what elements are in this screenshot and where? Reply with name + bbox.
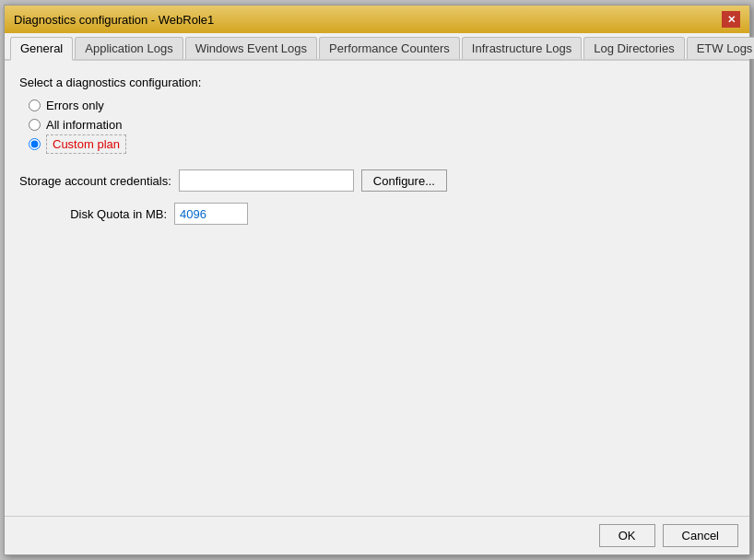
- tab-etw-logs[interactable]: ETW Logs: [687, 37, 754, 59]
- tab-log-directories[interactable]: Log Directories: [583, 37, 684, 59]
- tab-content: Select a diagnostics configuration: Erro…: [5, 61, 749, 516]
- disk-quota-row: Disk Quota in MB:: [19, 203, 735, 225]
- disk-quota-input[interactable]: [174, 203, 248, 225]
- storage-row: Storage account credentials: Configure..…: [19, 169, 735, 192]
- radio-custom-plan: Custom plan: [29, 137, 735, 151]
- dialog-window: Diagnostics configuration - WebRole1 ✕ G…: [4, 5, 750, 555]
- close-button[interactable]: ✕: [722, 11, 740, 28]
- radio-errors-only-label[interactable]: Errors only: [46, 99, 104, 112]
- radio-all-information: All information: [29, 118, 735, 132]
- footer: OK Cancel: [5, 516, 749, 554]
- radio-custom-plan-label[interactable]: Custom plan: [46, 137, 126, 151]
- tab-application-logs[interactable]: Application Logs: [75, 37, 183, 59]
- tab-performance-counters[interactable]: Performance Counters: [319, 37, 460, 59]
- radio-errors-only: Errors only: [29, 99, 735, 112]
- disk-quota-label: Disk Quota in MB:: [19, 207, 167, 221]
- section-label: Select a diagnostics configuration:: [19, 76, 735, 89]
- tab-windows-event-logs[interactable]: Windows Event Logs: [185, 37, 317, 59]
- tabs-container: General Application Logs Windows Event L…: [5, 33, 749, 61]
- cancel-button[interactable]: Cancel: [663, 524, 738, 547]
- radio-custom-plan-input[interactable]: [29, 138, 41, 150]
- title-bar: Diagnostics configuration - WebRole1 ✕: [5, 6, 749, 33]
- storage-label: Storage account credentials:: [19, 174, 171, 188]
- radio-all-info-label[interactable]: All information: [46, 118, 122, 132]
- tab-infrastructure-logs[interactable]: Infrastructure Logs: [462, 37, 582, 59]
- radio-group: Errors only All information Custom plan: [29, 99, 735, 151]
- radio-all-info-input[interactable]: [29, 119, 41, 131]
- custom-plan-text: Custom plan: [46, 134, 126, 154]
- radio-errors-only-input[interactable]: [29, 99, 41, 111]
- configure-button[interactable]: Configure...: [361, 169, 447, 192]
- ok-button[interactable]: OK: [599, 524, 655, 547]
- tab-general[interactable]: General: [10, 37, 73, 61]
- title-bar-text: Diagnostics configuration - WebRole1: [14, 13, 214, 27]
- storage-input[interactable]: [179, 169, 354, 192]
